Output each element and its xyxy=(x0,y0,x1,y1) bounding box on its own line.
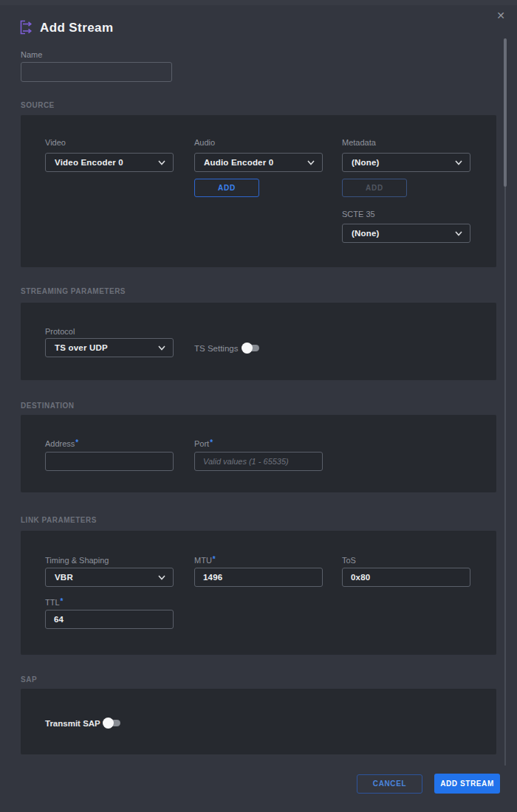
chevron-down-icon xyxy=(455,160,462,165)
protocol-select[interactable]: TS over UDP xyxy=(45,338,174,357)
timing-select-value: VBR xyxy=(55,573,73,582)
add-stream-button[interactable]: ADD STREAM xyxy=(434,774,500,794)
video-select[interactable]: Video Encoder 0 xyxy=(45,153,174,172)
address-input[interactable] xyxy=(45,452,174,471)
chevron-down-icon xyxy=(158,575,165,580)
link-heading: LINK PARAMETERS xyxy=(21,516,97,524)
streaming-panel: Protocol TS over UDP TS Settings xyxy=(21,303,496,380)
chevron-down-icon xyxy=(158,345,165,351)
ts-settings-label: TS Settings xyxy=(194,344,238,353)
protocol-label: Protocol xyxy=(45,327,75,336)
tos-label: ToS xyxy=(342,556,356,565)
sap-panel: Transmit SAP xyxy=(21,689,496,754)
metadata-add-button[interactable]: ADD xyxy=(342,179,407,197)
toggle-knob xyxy=(103,718,114,729)
destination-panel: Address* Port* xyxy=(21,415,496,492)
transmit-sap-label: Transmit SAP xyxy=(45,719,100,728)
ttl-input[interactable] xyxy=(45,610,174,629)
port-input[interactable] xyxy=(194,452,323,471)
metadata-select-value: (None) xyxy=(352,158,380,167)
name-label: Name xyxy=(21,50,42,59)
sap-heading: SAP xyxy=(21,675,37,684)
transmit-sap-toggle[interactable] xyxy=(103,718,120,729)
mtu-label: MTU* xyxy=(194,556,216,565)
video-select-value: Video Encoder 0 xyxy=(55,158,123,167)
protocol-select-value: TS over UDP xyxy=(55,343,108,352)
destination-heading: DESTINATION xyxy=(21,402,75,410)
chevron-down-icon xyxy=(455,231,462,236)
source-heading: SOURCE xyxy=(21,101,55,109)
audio-select[interactable]: Audio Encoder 0 xyxy=(194,153,323,172)
scte35-label: SCTE 35 xyxy=(342,210,375,219)
scte35-select[interactable]: (None) xyxy=(342,224,470,243)
streaming-heading: STREAMING PARAMETERS xyxy=(21,287,126,295)
dialog-top-edge xyxy=(0,0,517,5)
metadata-select[interactable]: (None) xyxy=(342,153,470,172)
port-label: Port* xyxy=(194,439,213,448)
scte35-select-value: (None) xyxy=(352,229,380,238)
video-label: Video xyxy=(45,138,66,147)
audio-add-button[interactable]: ADD xyxy=(194,179,259,197)
audio-label: Audio xyxy=(194,138,215,147)
add-stream-icon xyxy=(18,19,34,35)
dialog-title: Add Stream xyxy=(40,21,113,35)
chevron-down-icon xyxy=(158,160,165,165)
source-panel: Video Video Encoder 0 Audio Audio Encode… xyxy=(21,115,496,267)
timing-select[interactable]: VBR xyxy=(45,568,174,587)
cancel-button[interactable]: CANCEL xyxy=(357,774,422,794)
tos-input[interactable] xyxy=(342,568,470,587)
close-icon[interactable]: ✕ xyxy=(495,10,507,21)
chevron-down-icon xyxy=(307,160,315,165)
address-label: Address* xyxy=(45,439,78,448)
ttl-label: TTL* xyxy=(45,598,63,607)
audio-select-value: Audio Encoder 0 xyxy=(204,158,273,167)
link-panel: Timing & Shaping VBR MTU* ToS TTL* xyxy=(21,531,496,655)
name-input[interactable] xyxy=(21,62,172,82)
mtu-input[interactable] xyxy=(194,568,323,587)
timing-label: Timing & Shaping xyxy=(45,556,109,565)
toggle-knob xyxy=(242,343,253,354)
scrollbar-thumb[interactable] xyxy=(504,38,507,187)
ts-settings-toggle[interactable] xyxy=(242,343,259,354)
metadata-label: Metadata xyxy=(342,138,376,147)
